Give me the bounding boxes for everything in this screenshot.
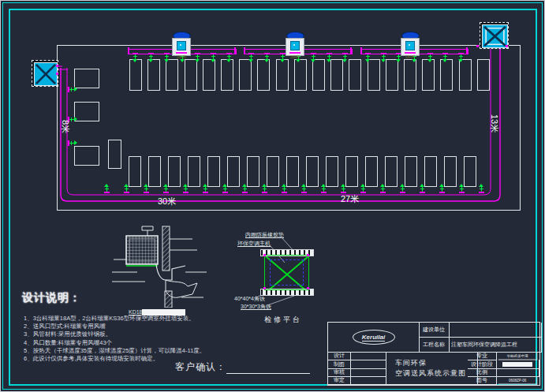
title-block: Keruilai 建设单位 工程名称 注塑车间环保空调降温工程 设计 制图 审核… xyxy=(327,322,540,386)
supply-outlet-arrow xyxy=(301,184,311,193)
supply-outlet-arrow xyxy=(183,184,192,193)
supply-outlet-arrow xyxy=(327,53,336,62)
machine-block xyxy=(405,156,417,187)
duct-connection-dot xyxy=(56,65,58,67)
machine-block xyxy=(148,156,161,187)
supply-outlet-arrow xyxy=(68,87,77,96)
supply-outlet-arrow xyxy=(380,184,390,193)
fan-duct-connection xyxy=(176,52,187,54)
machine-block xyxy=(74,69,99,88)
machine-block xyxy=(129,59,142,91)
header-duct-endcap xyxy=(244,47,245,54)
design-notes-list: 1、3台科瑞莱18A型，2台科瑞莱KS36型环保空调室外挂墙安装。2、送风口型式… xyxy=(24,315,284,363)
design-note-item: 1、3台科瑞莱18A型，2台科瑞莱KS36型环保空调室外挂墙安装。 xyxy=(24,315,284,323)
cad-drawing-canvas[interactable]: 18A型18A型18A型 8米 13米 30米 27米 KD18A xyxy=(0,0,545,392)
customer-signature-line[interactable] xyxy=(226,364,310,374)
duct-connection-dot xyxy=(476,45,479,47)
owner-label: 建设单位 xyxy=(419,323,450,338)
owner-value xyxy=(449,323,542,338)
machine-block xyxy=(203,59,215,91)
machine-block xyxy=(129,156,141,187)
project-name-label: 工程名称 xyxy=(419,337,450,353)
dimension-right: 13米 xyxy=(488,114,500,133)
machine-block xyxy=(424,156,437,187)
machine-block xyxy=(365,156,378,187)
machine-block xyxy=(227,156,240,187)
machine-block xyxy=(166,59,178,91)
machine-block xyxy=(386,59,398,91)
drawing-title-line2: 空调送风系统示意图 xyxy=(395,368,466,379)
machine-block xyxy=(74,102,99,121)
machine-block xyxy=(459,59,472,91)
dimension-left: 8米 xyxy=(59,120,71,133)
supply-outlet-arrow xyxy=(163,184,173,193)
supply-outlet-arrow xyxy=(458,53,468,62)
machine-block xyxy=(188,156,200,187)
customer-confirmation-label: 客户确认： xyxy=(175,361,226,372)
machine-block xyxy=(185,59,197,91)
fan-model-label: 18A型 xyxy=(286,54,304,58)
supply-outlet-arrow xyxy=(226,53,236,62)
fan-duct-connection xyxy=(405,52,416,54)
drawing-number-value: 0608ZP-06 xyxy=(498,377,538,385)
platform-label-angle-a: 40*40*4角铁 xyxy=(234,295,265,303)
machine-block xyxy=(326,156,338,187)
stage-value-bar xyxy=(502,362,532,367)
supply-outlet-arrow xyxy=(203,184,212,193)
supply-outlet-arrow xyxy=(459,184,468,193)
keruilai-logo: Keruilai xyxy=(353,330,395,345)
design-note-item: 5、按热天（干球温度35度，湿球温度25度）计算，可以降温4-11度。 xyxy=(24,347,284,355)
machine-block xyxy=(312,59,325,91)
customer-confirmation: 客户确认： xyxy=(175,360,310,374)
fan-model-label: 18A型 xyxy=(401,54,419,58)
fan-model-label: 18A型 xyxy=(172,54,190,58)
unit-body xyxy=(34,62,58,86)
machine-block xyxy=(267,156,279,187)
design-note-item: 2、送风口型式:科瑞莱专用风嘴 xyxy=(24,323,284,330)
maintenance-platform-detail: 内圈防振橡胶垫 环保空调主机 40*40*4角铁 30*30*3角铁 检修平台 xyxy=(233,230,335,324)
machine-block xyxy=(404,59,416,91)
machine-block xyxy=(422,59,435,91)
supply-outlet-arrow xyxy=(264,53,274,62)
machine-block xyxy=(345,156,358,187)
machine-block xyxy=(207,156,220,187)
supply-outlet-arrow xyxy=(68,140,77,150)
supply-outlet-arrow xyxy=(248,53,258,62)
machine-block xyxy=(368,59,380,91)
supply-outlet-arrow xyxy=(420,184,429,193)
machine-block xyxy=(306,156,319,187)
approve-label: 审定 xyxy=(328,376,351,385)
machine-block xyxy=(221,59,233,91)
dimension-bottom-left: 30米 xyxy=(158,196,176,207)
unit-body xyxy=(482,24,508,48)
scale-value xyxy=(496,368,539,377)
supply-outlet-arrow xyxy=(311,53,320,62)
project-name-value: 注塑车间环保空调降温工程 xyxy=(449,337,542,353)
machine-block xyxy=(444,156,457,187)
supply-outlet-arrow xyxy=(427,53,437,62)
machine-block xyxy=(294,59,307,91)
supply-outlet-arrow xyxy=(124,184,133,193)
machine-block xyxy=(239,59,252,91)
drawing-title-cell: 车间环保 空调送风系统示意图 xyxy=(386,352,478,385)
supply-outlet-arrow xyxy=(148,53,158,62)
supply-outlet-arrow xyxy=(439,184,449,193)
supply-outlet-arrow xyxy=(400,184,409,193)
dimension-bottom-right: 27米 xyxy=(341,193,359,205)
supply-outlet-arrow xyxy=(479,184,488,193)
header-duct-endcap xyxy=(360,47,362,54)
header-duct-endcap xyxy=(128,47,129,54)
machine-block xyxy=(276,59,289,91)
design-notes-title: 设计说明： xyxy=(22,291,81,305)
wall-unit-left xyxy=(32,60,58,87)
duct-connection-dot xyxy=(506,45,508,47)
wall-mount-section-detail xyxy=(110,225,213,308)
machine-block xyxy=(108,140,121,169)
title-block-logo-cell: Keruilai xyxy=(328,323,420,353)
machine-block xyxy=(168,156,181,187)
drawing-number-label: 图号 xyxy=(468,376,497,385)
duct-connection-dot xyxy=(56,73,58,75)
supply-outlet-arrow xyxy=(222,184,232,193)
machine-block xyxy=(286,156,299,187)
supply-outlet-arrow xyxy=(442,53,452,62)
